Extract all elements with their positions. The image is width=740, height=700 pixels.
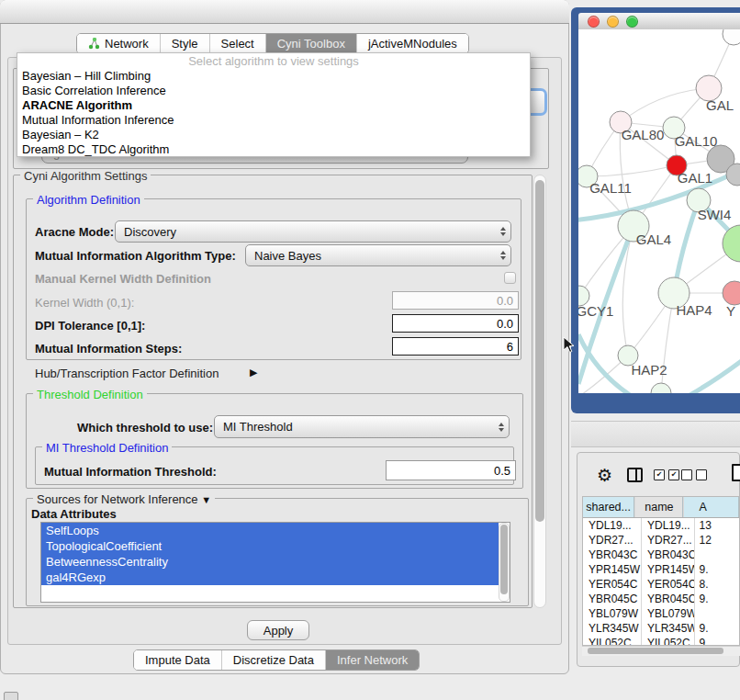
table-cell[interactable]: YBR045C <box>641 592 694 606</box>
network-edge[interactable] <box>687 356 740 393</box>
list-item[interactable]: SelfLoops <box>41 523 499 538</box>
tab-discretize-data[interactable]: Discretize Data <box>222 650 326 670</box>
table-cell[interactable]: YDL19... <box>641 518 694 533</box>
table-cell[interactable]: 9. <box>694 592 739 606</box>
minimized-panel-icon[interactable] <box>4 692 18 700</box>
table-row[interactable]: YBR045CYBR045C9. <box>583 592 739 606</box>
apply-button[interactable]: Apply <box>247 620 309 640</box>
table-cell[interactable]: 9. <box>694 621 739 636</box>
table-row[interactable]: YBR043CYBR043C <box>583 548 739 562</box>
mi-threshold-field[interactable] <box>386 460 516 480</box>
tab-style[interactable]: Style <box>161 34 210 53</box>
table-cell[interactable]: 12 <box>694 533 739 548</box>
table-cell[interactable]: 13 <box>694 518 739 533</box>
column-header-partial[interactable]: A <box>683 497 739 517</box>
node-label: HAP2 <box>631 362 667 378</box>
checked-boxes-icon[interactable]: ✔ ✔ <box>654 469 679 480</box>
table-cell[interactable]: 9. <box>694 562 739 577</box>
which-threshold-combobox[interactable]: MI Threshold <box>214 415 510 438</box>
column-header-name[interactable]: name <box>634 497 683 517</box>
table-cell[interactable] <box>694 548 739 562</box>
mi-algorithm-type-combobox[interactable]: Naive Bayes <box>245 244 511 266</box>
manual-kernel-width-checkbox[interactable] <box>504 272 516 284</box>
mi-steps-label: Mutual Information Steps: <box>35 342 182 356</box>
table-row[interactable]: YDL19...YDL19...13 <box>583 518 739 533</box>
table-cell[interactable]: YBL079W <box>641 606 694 621</box>
aracne-mode-label: Aracne Mode: <box>35 225 114 239</box>
sources-title[interactable]: Sources for Network Inference ▼ <box>33 492 215 506</box>
table-cell[interactable]: YER054C <box>583 577 641 592</box>
network-edge[interactable] <box>587 165 677 176</box>
table-cell[interactable]: YBR043C <box>583 548 641 562</box>
spinner-arrows-icon <box>496 251 510 260</box>
algorithm-option[interactable]: Bayesian – K2 <box>17 128 530 142</box>
table-cell[interactable]: YPR145W <box>641 562 694 577</box>
tab-select[interactable]: Select <box>210 34 266 53</box>
network-window-titlebar[interactable] <box>578 13 740 29</box>
table-cell[interactable]: YPR145W <box>583 562 641 577</box>
which-threshold-label: Which threshold to use: <box>77 421 213 435</box>
aracne-mode-combobox[interactable]: Discovery <box>115 220 511 243</box>
list-item[interactable]: TopologicalCoefficient <box>41 538 499 554</box>
network-node[interactable] <box>651 383 671 393</box>
table-cell[interactable]: 8. <box>694 577 739 592</box>
table-cell[interactable]: YIL052C <box>641 636 694 646</box>
tab-jactivemnodules[interactable]: jActiveMNodules <box>357 34 468 53</box>
tab-cyni-toolbox[interactable]: Cyni Toolbox <box>266 34 357 53</box>
table-row[interactable]: YBL079WYBL079W <box>583 606 739 621</box>
table-panel-titlebar[interactable] <box>571 421 740 447</box>
algorithm-option[interactable]: Dream8 DC_TDC Algorithm <box>17 142 530 157</box>
network-node[interactable] <box>723 225 740 262</box>
zoom-traffic-light[interactable] <box>626 16 638 28</box>
table-cell[interactable]: 9 <box>694 636 739 646</box>
table-row[interactable]: YDR27...YDR27...12 <box>583 533 739 548</box>
algorithm-option[interactable]: Basic Correlation Inference <box>17 84 530 98</box>
table-row[interactable]: YIL052CYIL052C9 <box>583 636 739 646</box>
unchecked-boxes-icon[interactable] <box>681 469 707 480</box>
table-cell[interactable]: YBL079W <box>583 606 641 621</box>
collapse-down-icon[interactable]: ▼ <box>201 494 211 505</box>
close-traffic-light[interactable] <box>588 16 600 28</box>
gear-icon[interactable]: ⚙ <box>597 465 612 486</box>
control-panel-titlebar[interactable] <box>0 0 569 24</box>
network-canvas[interactable]: GALGAL80GAL10GAL1GAL11SWI4GAL4GCY1HAP4YH… <box>578 29 740 393</box>
algorithm-option[interactable]: Mutual Information Inference <box>17 113 530 128</box>
list-item[interactable]: gal4RGexp <box>41 570 499 585</box>
list-item[interactable]: BetweennessCentrality <box>41 554 499 570</box>
table-cell[interactable]: YBR045C <box>583 592 641 606</box>
tab-impute-data[interactable]: Impute Data <box>134 650 222 670</box>
table-hscrollbar-thumb[interactable] <box>588 648 723 654</box>
table-cell[interactable]: YER054C <box>641 577 694 592</box>
kernel-width-field[interactable] <box>392 291 519 310</box>
table-cell[interactable]: YIL052C <box>583 636 641 646</box>
table-cell[interactable]: YDR27... <box>641 533 694 548</box>
column-header-shared-name[interactable]: shared... <box>583 497 634 517</box>
tab-infer-network[interactable]: Infer Network <box>326 650 419 670</box>
table-row[interactable]: YPR145WYPR145W9. <box>583 562 739 577</box>
table-row[interactable]: YLR345WYLR345W9. <box>583 621 739 636</box>
settings-scrollbar-thumb[interactable] <box>535 180 544 522</box>
table-cell[interactable] <box>694 606 739 621</box>
network-node[interactable] <box>723 29 740 45</box>
network-node[interactable] <box>723 281 740 305</box>
table-row[interactable]: YER054CYER054C8. <box>583 577 739 592</box>
aracne-mode-value: Discovery <box>116 225 496 239</box>
list-scrollbar-thumb[interactable] <box>500 525 508 594</box>
table-cell[interactable]: YBR043C <box>641 548 694 562</box>
network-edge[interactable] <box>621 88 709 122</box>
split-columns-icon[interactable] <box>627 468 643 482</box>
mi-steps-field[interactable] <box>392 337 519 356</box>
algorithm-option[interactable]: Bayesian – Hill Climbing <box>17 69 530 84</box>
tab-network[interactable]: Network <box>77 34 161 53</box>
table-cell[interactable]: YLR345W <box>583 621 641 636</box>
table-cell[interactable]: YDR27... <box>583 533 641 548</box>
table-cell[interactable]: YDL19... <box>583 518 641 533</box>
table-cell[interactable]: YLR345W <box>641 621 694 636</box>
minimize-traffic-light[interactable] <box>607 16 619 28</box>
algorithm-option-selected[interactable]: ARACNE Algorithm <box>17 98 530 113</box>
node-label: GAL1 <box>678 170 712 186</box>
dpi-tolerance-field[interactable] <box>392 314 519 333</box>
expand-right-icon[interactable]: ▶ <box>250 367 257 378</box>
hub-definition-label[interactable]: Hub/Transcription Factor Definition <box>35 367 219 380</box>
document-icon[interactable] <box>732 464 740 481</box>
